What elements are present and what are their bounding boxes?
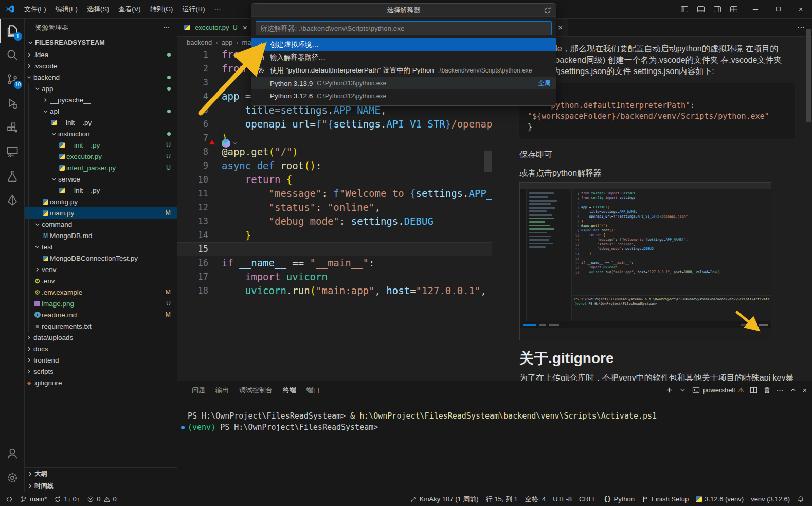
status-encoding[interactable]: UTF-8 — [549, 492, 575, 506]
refresh-interpreters-icon[interactable] — [543, 6, 551, 14]
tree-item-instruction[interactable]: instruction — [25, 128, 177, 139]
explorer-more-actions-icon[interactable]: ⋯ — [163, 24, 170, 31]
breadcrumb-item-backend[interactable]: backend — [187, 39, 212, 46]
new-terminal-icon[interactable] — [665, 386, 673, 394]
split-terminal-icon[interactable] — [750, 386, 757, 394]
tree-item-.env[interactable]: ⚙.env — [25, 275, 177, 286]
tree-item-app[interactable]: app — [25, 83, 177, 94]
tree-item-__init__.py[interactable]: __init__.py — [25, 117, 177, 128]
panel-tab-终端[interactable]: 终端 — [278, 381, 301, 399]
chevron-right-icon[interactable] — [25, 368, 33, 375]
inline-chat-widget[interactable] — [222, 139, 238, 148]
tree-item-.gitignore[interactable]: ◆.gitignore — [25, 377, 177, 388]
tree-item-MongoDBConnectionTest.py[interactable]: MongoDBConnectionTest.py — [25, 252, 177, 264]
status-indentation[interactable]: 空格: 4 — [521, 492, 549, 506]
chevron-right-icon[interactable] — [25, 51, 33, 58]
status-language[interactable]: {}Python — [600, 492, 638, 506]
custom-tool-icon[interactable] — [0, 188, 25, 212]
tree-item-test[interactable]: test — [25, 241, 177, 252]
status-blame[interactable]: KiriAky 107 (1 周前) — [406, 492, 482, 506]
status-problems[interactable]: 00 — [83, 492, 120, 506]
tree-item-frontend[interactable]: frontend — [25, 354, 177, 366]
tab-executor.py[interactable]: executor.pyU× — [177, 19, 253, 36]
tree-item-requirements.txt[interactable]: ≡requirements.txt — [25, 320, 177, 332]
quickpick-item-使用 "python.defaultInterpreterPath" 设置中的 Python[interactable]: 使用 "python.defaultInterpreterPath" 设置中的 … — [251, 64, 556, 77]
chevron-right-icon[interactable] — [25, 63, 33, 69]
outline-section[interactable]: 大纲 — [25, 468, 177, 480]
chevron-right-icon[interactable] — [33, 266, 42, 273]
panel-tab-端口[interactable]: 端口 — [301, 381, 325, 399]
panel-tab-调试控制台[interactable]: 调试控制台 — [234, 381, 278, 399]
source-control-icon[interactable]: 10 — [0, 67, 25, 91]
breadcrumb-item-app[interactable]: app — [222, 39, 233, 46]
menu-item-文件(F)[interactable]: 文件(F) — [20, 3, 51, 15]
close-button[interactable]: × — [789, 0, 812, 18]
chevron-down-icon[interactable] — [41, 108, 50, 115]
timeline-section[interactable]: 时间线 — [25, 480, 177, 492]
code-line[interactable]: 11 "message": f"Welcome to {settings.APP… — [177, 187, 492, 201]
toggle-secondary-sidebar-icon[interactable] — [710, 3, 725, 16]
code-line[interactable]: 15 — [177, 242, 492, 256]
tree-item-MongoDB.md[interactable]: MMongoDB.md — [25, 230, 177, 241]
quickpick-item-输入解释器路径…[interactable]: 输入解释器路径… — [251, 51, 556, 64]
tree-item-data\uploads[interactable]: data\uploads — [25, 332, 177, 343]
terminal[interactable]: PS H:\OwnProject\FilesReadSysteam> & h:\… — [177, 399, 812, 492]
minimize-button[interactable]: ─ — [744, 0, 767, 18]
settings-gear-icon[interactable] — [0, 465, 25, 490]
tree-item-scripts[interactable]: scripts — [25, 366, 177, 377]
panel-more-actions-icon[interactable]: ⋯ — [777, 386, 784, 394]
run-debug-icon[interactable] — [0, 91, 25, 115]
tree-item-__init__.py[interactable]: __init__.py — [25, 185, 177, 196]
code-line[interactable]: 6 openapi_url=f"{settings.API_V1_STR}/op… — [177, 117, 492, 131]
chevron-down-icon[interactable] — [25, 74, 33, 81]
chevron-down-icon[interactable] — [33, 85, 42, 92]
workspace-section-header[interactable]: FILESREADSYSTEAM — [25, 37, 177, 49]
status-remote[interactable] — [2, 492, 16, 506]
search-icon[interactable] — [0, 43, 25, 67]
status-notifications[interactable] — [793, 492, 808, 506]
tree-item-readme.md[interactable]: ireadme.mdM — [25, 309, 177, 320]
tree-item-command[interactable]: command — [25, 219, 177, 230]
status-sync[interactable]: 1↓ 0↑ — [50, 492, 83, 506]
code-line[interactable]: 18 uvicorn.run("main:app", host="127.0.0… — [177, 284, 492, 298]
status-interpreter[interactable]: 3.12.6 (venv) — [692, 492, 747, 506]
extensions-icon[interactable] — [0, 115, 25, 139]
panel-tab-问题[interactable]: 问题 — [187, 381, 210, 399]
toggle-panel-icon[interactable] — [694, 3, 708, 16]
close-icon[interactable]: × — [243, 23, 247, 32]
chevron-down-icon[interactable] — [33, 244, 42, 250]
quickpick-item-创建虚拟环境…[interactable]: 创建虚拟环境… — [251, 38, 556, 51]
command-decoration[interactable] — [181, 426, 185, 429]
tree-item-intent_parser.py[interactable]: intent_parser.pyU — [25, 162, 177, 173]
chevron-down-icon[interactable] — [49, 131, 58, 137]
status-walkthrough[interactable]: Finish Setup — [638, 492, 692, 506]
panel-tab-输出[interactable]: 输出 — [210, 381, 234, 399]
status-env[interactable]: venv (3.12.6) — [747, 492, 793, 506]
explorer-icon[interactable]: 1 — [0, 19, 25, 43]
customize-layout-icon[interactable] — [727, 3, 741, 16]
status-eol[interactable]: CRLF — [575, 492, 600, 506]
code-line[interactable]: 10 return { — [177, 173, 492, 187]
chevron-down-icon[interactable] — [49, 176, 58, 183]
code-line[interactable]: 14 } — [177, 228, 492, 242]
close-panel-icon[interactable]: × — [803, 386, 807, 394]
chevron-right-icon[interactable] — [41, 97, 50, 103]
menu-item-运行(R)[interactable]: 运行(R) — [177, 3, 209, 15]
remote-explorer-icon[interactable] — [0, 139, 25, 164]
chevron-right-icon[interactable] — [25, 334, 33, 341]
status-cursor-position[interactable]: 行 15, 列 1 — [482, 492, 521, 506]
tree-item-main.py[interactable]: main.pyM — [25, 207, 177, 219]
kill-terminal-icon[interactable] — [763, 386, 771, 394]
terminal-profile-dropdown-icon[interactable] — [679, 386, 687, 394]
terminal-instance[interactable]: powershell ⚠ — [692, 386, 744, 394]
tree-item-service[interactable]: service — [25, 173, 177, 185]
tree-item-.idea[interactable]: .idea — [25, 49, 177, 60]
menu-item-查看(V)[interactable]: 查看(V) — [114, 3, 145, 15]
maximize-panel-icon[interactable] — [789, 386, 797, 394]
code-line[interactable]: 16if __name__ == "__main__": — [177, 256, 492, 270]
chevron-right-icon[interactable] — [25, 346, 33, 352]
menu-item-编辑(E)[interactable]: 编辑(E) — [51, 3, 82, 15]
code-line[interactable]: 9async def root(): — [177, 159, 492, 173]
quickpick-item-Python 3.12.6[interactable]: Python 3.12.6C:\Python312\python.exe — [251, 89, 556, 102]
chevron-down-icon[interactable] — [33, 221, 42, 228]
